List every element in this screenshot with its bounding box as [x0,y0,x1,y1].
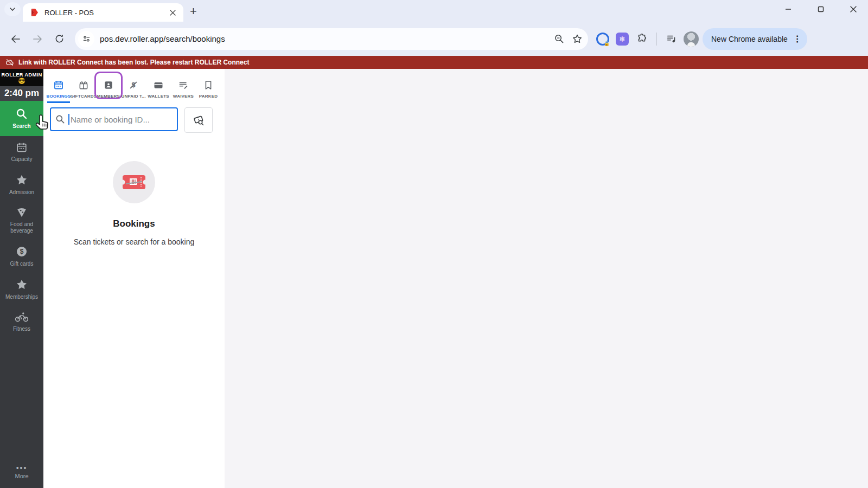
calendar-icon [16,142,28,153]
browser-window: ROLLER - POS + [0,0,868,488]
gift-icon [78,80,89,91]
tab-label: WALLETS [148,94,169,99]
address-bar[interactable]: pos.dev.roller.app/search/bookings [75,28,588,50]
wallet-icon [153,80,164,91]
sidebar-item-food-beverage[interactable]: Food and beverage [0,201,43,240]
sidebar-item-more[interactable]: ••• More [0,459,43,488]
tab-label: MEMBERS [97,94,120,99]
reload-icon [54,34,65,44]
pos-app: ROLLER ADMIN 😎 2:40 pm Search Capacity A… [0,69,868,488]
calendar-icon [53,80,64,91]
maximize-button[interactable] [814,3,828,17]
snowflake-extension-icon[interactable]: ❄ [614,31,630,47]
sidebar-item-label: Gift cards [10,261,34,267]
sidebar-item-admission[interactable]: Admission [0,168,43,201]
search-panel: BOOKINGS GIFTCARDS MEMBERS $ UNPAID T...… [43,69,225,488]
search-row [43,103,225,133]
svg-text:$: $ [20,248,24,255]
content-canvas [225,69,868,488]
forward-button[interactable] [28,30,47,48]
banner-message: Link with ROLLER Connect has been lost. … [18,59,249,66]
connect-lost-banner: Link with ROLLER Connect has been lost. … [0,56,868,69]
ticket-search-icon [192,114,205,127]
more-icon: ••• [16,465,28,471]
tab-search-button[interactable] [4,2,21,16]
pizza-icon [16,207,28,219]
back-arrow-icon [10,34,21,44]
pos-tab-bar: BOOKINGS GIFTCARDS MEMBERS $ UNPAID T...… [43,69,225,103]
sidebar-item-label: Admission [9,189,34,196]
member-badge-icon [103,80,114,91]
tab-bookings[interactable]: BOOKINGS [46,69,71,103]
media-playlist-icon[interactable] [663,31,680,47]
tab-parked[interactable]: PARKED [196,69,221,103]
pos-sidebar: ROLLER ADMIN 😎 2:40 pm Search Capacity A… [0,69,43,488]
sidebar-item-memberships[interactable]: Memberships [0,273,43,306]
back-button[interactable] [7,30,25,48]
signature-icon [178,80,189,91]
sidebar-item-fitness[interactable]: Fitness [0,306,43,338]
new-tab-button[interactable]: + [190,5,197,17]
sidebar-item-label: Food and beverage [2,221,41,234]
sidebar-item-capacity[interactable]: Capacity [0,136,43,168]
chevron-down-icon [9,6,16,12]
reload-button[interactable] [50,30,68,48]
bookmark-icon [203,80,214,91]
sidebar-item-label: Fitness [13,326,30,332]
window-controls [781,3,860,17]
venue-brand: ROLLER ADMIN 😎 [0,69,43,86]
bookings-empty-state: Bookings Scan tickets or search for a bo… [43,161,225,246]
search-icon [55,114,66,125]
ticket-circle [113,161,155,203]
toolbar-divider [656,33,657,46]
tab-giftcards[interactable]: GIFTCARDS [71,69,96,103]
roller-favicon [30,8,39,17]
tab-label: WAIVERS [173,94,194,99]
bookmark-star-icon[interactable] [572,34,583,44]
search-icon [15,107,28,120]
tab-members[interactable]: MEMBERS [96,69,121,103]
tab-unpaid[interactable]: $ UNPAID T... [121,69,146,103]
empty-state-title: Bookings [113,219,155,229]
sidebar-item-gift-cards[interactable]: $ Gift cards [0,240,43,273]
url-text[interactable]: pos.dev.roller.app/search/bookings [100,34,548,43]
star-icon [15,278,28,291]
brand-name: ROLLER ADMIN [1,72,42,78]
bicycle-icon [15,311,29,323]
chrome-update-label: New Chrome available [711,35,788,43]
booking-search-field [50,107,178,131]
tab-waivers[interactable]: WAIVERS [171,69,196,103]
dollar-circle-icon: $ [15,245,28,258]
tab-label: PARKED [199,94,218,99]
password-manager-extension-icon[interactable] [595,31,611,47]
star-icon [15,174,28,187]
money-off-icon: $ [128,80,139,91]
browser-toolbar: pos.dev.roller.app/search/bookings ❄ New… [0,22,868,56]
sidebar-item-label: More [15,473,28,479]
sidebar-item-label: Search [12,123,30,130]
minimize-button[interactable] [781,3,795,17]
text-caret [68,114,69,125]
chrome-update-button[interactable]: New Chrome available ⋮ [703,28,807,50]
extensions-puzzle-icon[interactable] [634,31,650,47]
browser-menu-icon[interactable]: ⋮ [793,34,802,44]
sidebar-item-search[interactable]: Search [0,101,43,136]
zoom-icon[interactable] [554,34,564,44]
browser-tab[interactable]: ROLLER - POS [23,3,183,22]
tab-title: ROLLER - POS [44,9,162,17]
tab-close-icon[interactable] [167,7,178,18]
cloud-off-icon [5,58,14,67]
scan-ticket-button[interactable] [184,107,213,133]
sidebar-item-label: Memberships [5,294,38,300]
sidebar-item-label: Capacity [11,156,33,163]
brand-emoji: 😎 [1,78,42,84]
close-window-button[interactable] [846,3,860,17]
browser-titlebar: ROLLER - POS + [0,0,868,22]
tab-label: UNPAID T... [121,94,145,99]
sidebar-nav: Search Capacity Admission Food and bever… [0,101,43,459]
tab-label: GIFTCARDS [71,94,97,99]
site-settings-icon[interactable] [78,31,94,47]
profile-avatar[interactable] [683,31,699,47]
ticket-icon [122,173,146,191]
tab-wallets[interactable]: WALLETS [146,69,171,103]
